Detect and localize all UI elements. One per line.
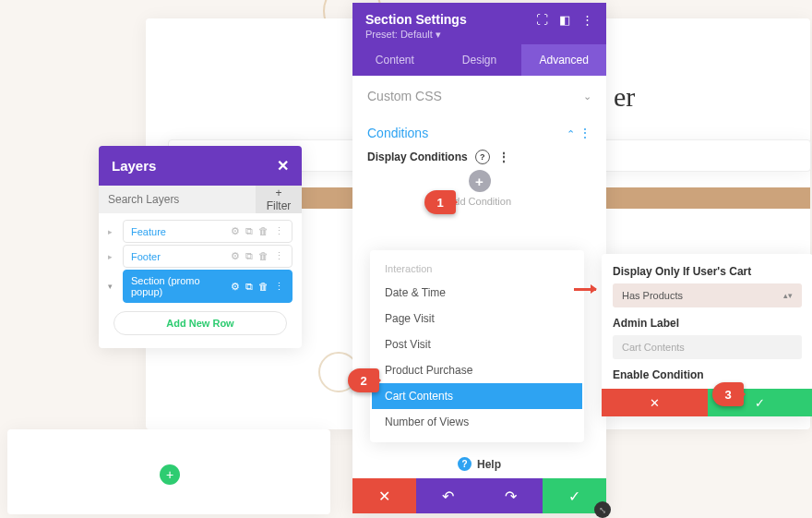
settings-title: Section Settings xyxy=(365,12,467,27)
layers-search-row: + Filter xyxy=(99,186,302,213)
chevron-down-icon: ⌄ xyxy=(583,90,591,102)
layer-label: Feature xyxy=(131,226,166,237)
help-text: Help xyxy=(477,458,501,471)
dropdown-item-number-of-views[interactable]: Number of Views xyxy=(372,409,582,435)
settings-header: Section Settings ⛶ ◧ ⋮ Preset: Default ▾ xyxy=(352,3,606,44)
add-new-row-button[interactable]: Add New Row xyxy=(113,311,287,335)
display-conditions-label: Display Conditions ? ⋮ xyxy=(367,150,591,164)
step-badge-1: 1 xyxy=(424,190,456,214)
dots-icon[interactable]: ⋮ xyxy=(581,13,593,27)
trash-icon[interactable]: 🗑 xyxy=(258,281,269,293)
layers-header: Layers ✕ xyxy=(99,146,302,186)
dc-text: Display Conditions xyxy=(367,151,468,163)
settings-footer: ✕ ↶ ↷ ✓ xyxy=(352,478,606,513)
copy-icon[interactable]: ⧉ xyxy=(245,281,253,293)
help-icon[interactable]: ? xyxy=(475,150,490,164)
layer-row: ▸ Feature ⚙⧉🗑⋮ xyxy=(102,219,298,244)
undo-button[interactable]: ↶ xyxy=(416,478,480,513)
cart-condition-select[interactable]: Has Products ▴▾ xyxy=(613,283,802,307)
enable-condition-label: Enable Condition xyxy=(613,368,802,381)
copy-icon[interactable]: ⧉ xyxy=(245,225,253,237)
chevron-up-icon[interactable]: ⌃ xyxy=(567,128,575,139)
add-condition-button[interactable]: + xyxy=(469,170,491,192)
chevron-right-icon[interactable]: ▸ xyxy=(108,227,117,236)
condition-cancel-button[interactable]: ✕ xyxy=(602,389,708,416)
bg-card-bottom: + xyxy=(7,429,330,514)
layer-row: ▸ Footer ⚙⧉🗑⋮ xyxy=(102,244,298,269)
custom-css-section[interactable]: Custom CSS ⌄ xyxy=(367,76,591,113)
layers-title: Layers xyxy=(112,158,156,174)
gear-icon[interactable]: ⚙ xyxy=(231,225,240,237)
redo-button[interactable]: ↷ xyxy=(480,478,543,513)
dots-icon[interactable]: ⋮ xyxy=(274,281,284,293)
search-input[interactable] xyxy=(99,186,256,213)
section-label: Custom CSS xyxy=(367,89,442,103)
arrow-icon xyxy=(574,288,596,291)
conditions-section[interactable]: Conditions ⌃ ⋮ xyxy=(367,113,591,150)
dropdown-category: Interaction xyxy=(372,258,582,280)
layer-item-feature[interactable]: Feature ⚙⧉🗑⋮ xyxy=(123,220,293,243)
dropdown-item-page-visit[interactable]: Page Visit xyxy=(372,306,582,331)
settings-body: Custom CSS ⌄ Conditions ⌃ ⋮ Display Cond… xyxy=(352,76,606,267)
tab-design[interactable]: Design xyxy=(437,44,522,76)
layer-label: Footer xyxy=(131,251,161,262)
page-title-fragment: er xyxy=(614,81,635,113)
layer-label: Section (promo popup) xyxy=(131,275,231,297)
dropdown-item-product-purchase[interactable]: Product Purchase xyxy=(372,357,582,383)
select-value: Has Products xyxy=(622,290,683,301)
layer-item-section-promo[interactable]: Section (promo popup) ⚙⧉🗑⋮ xyxy=(123,270,293,303)
help-icon: ? xyxy=(458,457,472,471)
settings-tabs: Content Design Advanced xyxy=(352,44,606,76)
section-icons: ⌃ ⋮ xyxy=(567,126,591,140)
add-condition-label: Add Condition xyxy=(367,196,591,207)
copy-icon[interactable]: ⧉ xyxy=(245,250,253,262)
trash-icon[interactable]: 🗑 xyxy=(258,225,269,237)
close-icon[interactable]: ✕ xyxy=(277,157,289,175)
dropdown-item-cart-contents[interactable]: Cart Contents xyxy=(372,383,582,409)
condition-detail-panel: Display Only If User's Cart Has Products… xyxy=(602,254,812,416)
preset-label[interactable]: Preset: Default ▾ xyxy=(365,29,593,41)
header-icons: ⛶ ◧ ⋮ xyxy=(536,13,593,27)
filter-button[interactable]: + Filter xyxy=(256,186,302,213)
admin-label-label: Admin Label xyxy=(613,317,802,330)
layers-panel: Layers ✕ + Filter ▸ Feature ⚙⧉🗑⋮ ▸ Foote… xyxy=(99,146,302,348)
chevron-right-icon[interactable]: ▸ xyxy=(108,252,117,261)
step-badge-3: 3 xyxy=(712,382,744,406)
dropdown-item-post-visit[interactable]: Post Visit xyxy=(372,331,582,357)
updown-icon: ▴▾ xyxy=(783,291,793,300)
dropdown-item-date-time[interactable]: Date & Time xyxy=(372,280,582,306)
gear-icon[interactable]: ⚙ xyxy=(231,250,240,262)
add-condition-area: + Add Condition xyxy=(367,170,591,207)
resize-handle[interactable]: ⤡ xyxy=(594,501,611,518)
gear-icon[interactable]: ⚙ xyxy=(231,281,240,293)
layer-row: ▾ Section (promo popup) ⚙⧉🗑⋮ xyxy=(102,269,298,304)
chevron-down-icon[interactable]: ▾ xyxy=(108,282,117,291)
dots-icon[interactable]: ⋮ xyxy=(579,126,591,140)
dots-icon[interactable]: ⋮ xyxy=(497,152,510,162)
admin-label-input[interactable]: Cart Contents xyxy=(613,335,802,359)
layer-actions: ⚙⧉🗑⋮ xyxy=(231,281,284,293)
layer-item-footer[interactable]: Footer ⚙⧉🗑⋮ xyxy=(123,245,293,268)
help-link[interactable]: ? Help xyxy=(352,450,606,478)
section-label: Conditions xyxy=(367,126,428,140)
step-badge-2: 2 xyxy=(348,368,379,392)
layer-actions: ⚙⧉🗑⋮ xyxy=(231,250,284,262)
condition-type-dropdown: Interaction Date & Time Page Visit Post … xyxy=(370,250,584,442)
dots-icon[interactable]: ⋮ xyxy=(274,250,284,262)
layer-actions: ⚙⧉🗑⋮ xyxy=(231,225,284,237)
display-only-if-label: Display Only If User's Cart xyxy=(613,265,802,278)
panel-icon[interactable]: ◧ xyxy=(559,13,570,27)
tab-advanced[interactable]: Advanced xyxy=(521,44,606,76)
dots-icon[interactable]: ⋮ xyxy=(274,225,284,237)
condition-footer: ✕ ✓ xyxy=(602,389,812,416)
add-icon[interactable]: + xyxy=(160,464,180,485)
trash-icon[interactable]: 🗑 xyxy=(258,250,269,262)
expand-icon[interactable]: ⛶ xyxy=(536,13,548,27)
cancel-button[interactable]: ✕ xyxy=(352,478,416,513)
tab-content[interactable]: Content xyxy=(352,44,437,76)
